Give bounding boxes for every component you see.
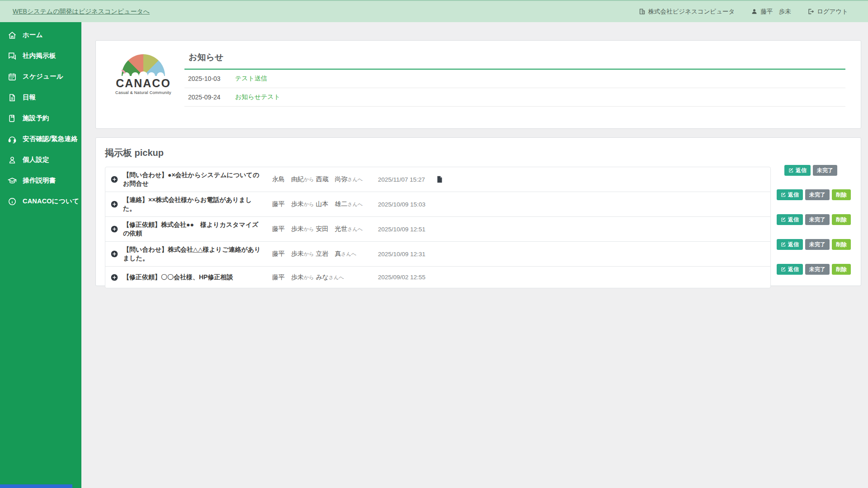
daily-report-icon [8,93,17,102]
board-pickup-title: 掲示板 pickup [96,138,861,159]
incomplete-button[interactable]: 未完了 [813,165,837,176]
user-icon [751,8,758,15]
board-row-main: 【修正依頼】〇〇会社様、HP修正相談 藤平 歩未から みなさんへ 2025/09… [105,267,771,288]
logo-wordmark: CANACO [114,77,173,90]
reply-button[interactable]: 返信 [777,214,803,225]
announcement-date: 2025-10-03 [188,75,231,82]
post-datetime: 2025/10/09 12:51 [378,226,429,233]
reply-button[interactable]: 返信 [784,165,811,176]
board-row-main: 【問い合わせ】株式会社△△様よりご連絡がありました。 藤平 歩未から 立岩 真さ… [105,242,771,267]
expand-icon[interactable] [111,176,118,183]
forum-icon [8,52,17,61]
row-actions: 返信 未完了 削除 [771,239,861,250]
announcement-link[interactable]: お知らせテスト [235,93,280,101]
sidebar-item-board[interactable]: 社内掲示板 [0,46,81,66]
delete-button[interactable]: 削除 [832,239,851,250]
sidebar-item-home[interactable]: ホーム [0,25,81,45]
post-datetime: 2025/11/07 15:27 [378,176,429,183]
sidebar-item-safety[interactable]: 安否確認/緊急連絡 [0,129,81,149]
post-datetime: 2025/10/09 12:31 [378,251,429,258]
bottom-blue-bar [0,484,72,488]
board-row: 【問い合わせ】●×会社からシステムについてのお問合せ 永島 由紀から 西蔵 尚弥… [105,167,861,192]
manual-icon [8,176,17,185]
board-row-main: 【連絡】××株式会社様からお電話がありました。 藤平 歩未から 山本 雄二さんへ… [105,192,771,217]
topbar: WEBシステムの開発はビジネスコンピュータへ 株式会社ビジネスコンピュータ 藤平… [0,0,868,22]
post-sender: 藤平 歩未から みなさんへ [272,273,370,282]
row-actions: 返信 未完了 削除 [771,264,861,275]
delete-button[interactable]: 削除 [832,264,851,275]
board-pickup-card: 掲示板 pickup 【問い合わせ】●×会社からシステムについてのお問合せ 永島… [95,137,861,286]
post-title: 【連絡】××株式会社様からお電話がありました。 [123,196,261,213]
headset-icon [8,135,17,144]
company-name: 株式会社ビジネスコンピュータ [639,8,735,16]
home-icon [8,31,17,40]
sidebar-item-personal-settings[interactable]: 個人設定 [0,150,81,170]
notice-card: CANACO Casual & Natural Community お知らせ 2… [95,40,861,129]
board-list: 【問い合わせ】●×会社からシステムについてのお問合せ 永島 由紀から 西蔵 尚弥… [105,167,861,288]
board-row-main: 【問い合わせ】●×会社からシステムについてのお問合せ 永島 由紀から 西蔵 尚弥… [105,167,771,192]
post-sender: 藤平 歩未から 立岩 真さんへ [272,249,370,258]
board-row: 【修正依頼】株式会社●● 様よりカスタマイズの依頼 藤平 歩未から 安田 光世さ… [105,217,861,242]
calendar-icon [8,72,17,81]
post-sender: 藤平 歩未から 山本 雄二さんへ [272,200,370,209]
logout-button[interactable]: ログアウト [807,8,848,16]
logout-icon [807,8,814,15]
board-row: 【問い合わせ】株式会社△△様よりご連絡がありました。 藤平 歩未から 立岩 真さ… [105,242,861,267]
post-title: 【問い合わせ】●×会社からシステムについてのお問合せ [123,171,261,188]
info-icon [8,197,17,206]
board-row: 【修正依頼】〇〇会社様、HP修正相談 藤平 歩未から みなさんへ 2025/09… [105,267,861,288]
sidebar: ホーム 社内掲示板 スケジュール 日報 施設予約 安否確認/緊急連絡 個人設定 … [0,22,81,488]
expand-icon[interactable] [111,274,118,281]
reply-button[interactable]: 返信 [777,239,803,250]
dev-company-link[interactable]: WEBシステムの開発はビジネスコンピュータへ [13,8,150,16]
announcements: お知らせ 2025-10-03 テスト送信 2025-09-24 お知らせテスト [184,52,845,107]
incomplete-button[interactable]: 未完了 [805,264,830,275]
attachment-icon [437,176,443,183]
topbar-right: 株式会社ビジネスコンピュータ 藤平 歩未 ログアウト [639,8,848,16]
rainbow-logo-mark [122,54,165,76]
row-actions: 返信 未完了 [771,165,861,176]
delete-button[interactable]: 削除 [832,189,851,200]
sidebar-item-schedule[interactable]: スケジュール [0,66,81,87]
reply-button[interactable]: 返信 [777,264,803,275]
post-title: 【問い合わせ】株式会社△△様よりご連絡がありました。 [123,245,261,263]
row-actions: 返信 未完了 削除 [771,214,861,225]
post-title: 【修正依頼】〇〇会社様、HP修正相談 [123,273,261,282]
delete-button[interactable]: 削除 [832,214,851,225]
building-icon [639,8,646,15]
sidebar-item-facility[interactable]: 施設予約 [0,108,81,128]
board-row: 【連絡】××株式会社様からお電話がありました。 藤平 歩未から 山本 雄二さんへ… [105,192,861,217]
post-title: 【修正依頼】株式会社●● 様よりカスタマイズの依頼 [123,221,261,238]
post-datetime: 2025/10/09 15:03 [378,201,429,208]
logo-tagline: Casual & Natural Community [114,90,173,95]
sidebar-item-manual[interactable]: 操作説明書 [0,170,81,191]
person-icon [8,155,17,164]
facility-reservation-icon [8,114,17,123]
post-sender: 藤平 歩未から 安田 光世さんへ [272,225,370,234]
expand-icon[interactable] [111,225,118,233]
announcement-link[interactable]: テスト送信 [235,75,267,83]
reply-button[interactable]: 返信 [777,189,803,200]
announcement-row: 2025-09-24 お知らせテスト [184,88,845,107]
expand-icon[interactable] [111,201,118,208]
sidebar-item-daily-report[interactable]: 日報 [0,87,81,108]
announcement-row: 2025-10-03 テスト送信 [184,70,845,88]
current-user: 藤平 歩未 [751,8,791,16]
board-row-main: 【修正依頼】株式会社●● 様よりカスタマイズの依頼 藤平 歩未から 安田 光世さ… [105,217,771,242]
post-datetime: 2025/09/02 12:55 [378,274,429,281]
sidebar-item-about[interactable]: CANACOについて [0,191,81,211]
canaco-logo: CANACO Casual & Natural Community [114,54,173,95]
incomplete-button[interactable]: 未完了 [805,189,830,200]
announcement-date: 2025-09-24 [188,94,231,101]
incomplete-button[interactable]: 未完了 [805,239,830,250]
incomplete-button[interactable]: 未完了 [805,214,830,225]
expand-icon[interactable] [111,250,118,258]
row-actions: 返信 未完了 削除 [771,189,861,200]
post-sender: 永島 由紀から 西蔵 尚弥さんへ [272,175,370,184]
announcements-title: お知らせ [184,52,845,70]
